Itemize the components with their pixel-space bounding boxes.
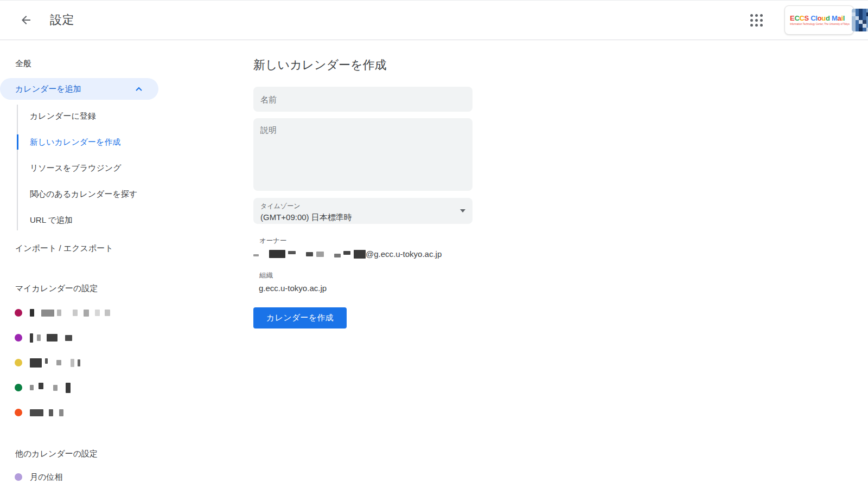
calendar-name-input[interactable] [253, 87, 473, 112]
my-calendar-row[interactable] [0, 357, 239, 369]
owner-label: オーナー [253, 236, 868, 246]
my-calendar-row[interactable] [0, 407, 239, 418]
calendar-color-dot [15, 334, 22, 342]
redacted-owner-name [253, 250, 366, 259]
my-calendars-heading: マイカレンダーの設定 [0, 284, 239, 294]
back-arrow-icon [20, 14, 33, 27]
header: 設定 ECCS Cloud Mail Information Technolog… [0, 1, 868, 40]
calendar-color-dot [15, 473, 22, 481]
other-calendar-row[interactable]: 月の位相 [0, 471, 239, 483]
organization-label: 組織 [253, 271, 868, 280]
settings-sidebar: 全般 カレンダーを追加 カレンダーに登録 新しいカレンダーを作成 リソースをブラ… [0, 40, 239, 483]
calendar-color-dot [15, 359, 22, 366]
calendar-description-input[interactable] [253, 118, 473, 191]
redacted-calendar-name [30, 333, 72, 343]
sidebar-item-create-new-calendar[interactable]: 新しいカレンダーを作成 [30, 136, 141, 148]
owner-value: @g.ecc.u-tokyo.ac.jp [253, 249, 868, 259]
add-calendar-subnav: カレンダーに登録 新しいカレンダーを作成 リソースをブラウジング 関心のあるカレ… [17, 105, 142, 230]
sidebar-item-import-export[interactable]: インポート / エクスポート [0, 243, 239, 253]
redacted-calendar-name [30, 409, 63, 416]
sidebar-item-general[interactable]: 全般 [0, 59, 239, 68]
dropdown-arrow-icon [460, 209, 465, 212]
create-calendar-button[interactable]: カレンダーを作成 [253, 307, 347, 328]
eccs-logo-brand: ECCS Cloud Mail [790, 15, 850, 22]
avatar[interactable] [852, 9, 868, 31]
organization-value: g.ecc.u-tokyo.ac.jp [253, 284, 868, 293]
timezone-value: (GMT+09:00) 日本標準時 [260, 212, 465, 223]
sidebar-item-browse-calendars-of-interest[interactable]: 関心のあるカレンダーを探す [30, 188, 141, 200]
account-card[interactable]: ECCS Cloud Mail Information Technology C… [784, 5, 854, 35]
create-calendar-title: 新しいカレンダーを作成 [253, 57, 868, 73]
calendar-color-dot [15, 384, 22, 391]
chevron-up-icon [136, 87, 142, 91]
calendar-color-dot [15, 309, 22, 317]
add-calendar-label: カレンダーを追加 [15, 84, 81, 94]
sidebar-item-from-url[interactable]: URL で追加 [30, 214, 141, 226]
redacted-calendar-name [30, 383, 71, 393]
apps-grid-icon[interactable] [745, 9, 767, 31]
other-calendar-label: 月の位相 [30, 472, 62, 482]
sidebar-item-browse-resources[interactable]: リソースをブラウジング [30, 162, 141, 174]
redacted-calendar-name [30, 309, 110, 317]
my-calendar-row[interactable] [0, 382, 239, 394]
page-title: 設定 [50, 12, 74, 28]
timezone-label: タイムゾーン [260, 202, 465, 211]
eccs-logo-subtitle: Information Technology Center, The Unive… [790, 23, 850, 26]
owner-domain: @g.ecc.u-tokyo.ac.jp [366, 249, 442, 259]
eccs-logo: ECCS Cloud Mail Information Technology C… [790, 15, 850, 26]
create-calendar-panel: 新しいカレンダーを作成 タイムゾーン (GMT+09:00) 日本標準時 オーナ… [239, 40, 868, 483]
my-calendar-row[interactable] [0, 332, 239, 344]
calendar-color-dot [15, 409, 22, 416]
sidebar-item-add-calendar[interactable]: カレンダーを追加 [0, 78, 158, 100]
timezone-select[interactable]: タイムゾーン (GMT+09:00) 日本標準時 [253, 198, 473, 224]
redacted-calendar-name [30, 358, 80, 368]
other-calendars-heading: 他のカレンダーの設定 [0, 449, 239, 459]
back-button[interactable] [15, 9, 37, 31]
my-calendar-row[interactable] [0, 307, 239, 319]
sidebar-item-subscribe-to-calendar[interactable]: カレンダーに登録 [30, 110, 141, 122]
